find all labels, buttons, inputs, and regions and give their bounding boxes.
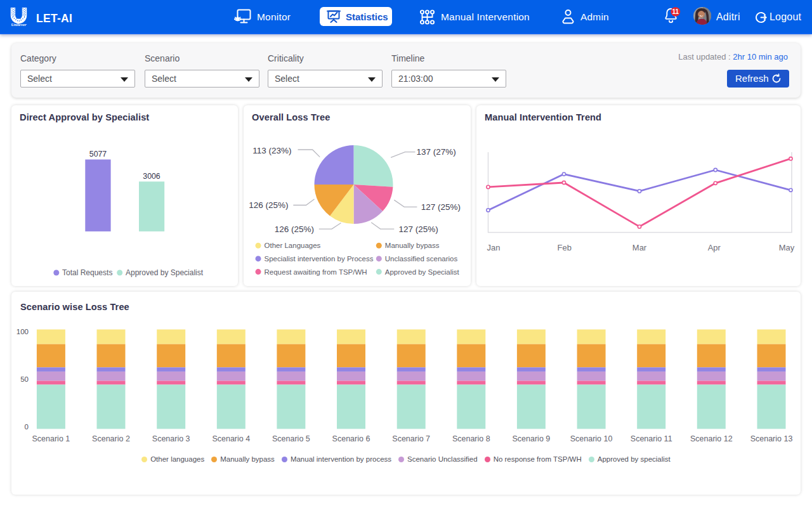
svg-text:5077: 5077 xyxy=(89,150,107,159)
svg-text:Feb: Feb xyxy=(557,243,571,252)
svg-text:126 (25%): 126 (25%) xyxy=(249,200,288,210)
svg-text:Approved by Specialist: Approved by Specialist xyxy=(385,268,460,276)
svg-text:Scenario 8: Scenario 8 xyxy=(452,434,490,443)
svg-text:Scenario 2: Scenario 2 xyxy=(92,434,130,443)
svg-text:113 (23%): 113 (23%) xyxy=(252,146,291,155)
svg-text:3006: 3006 xyxy=(143,172,160,181)
svg-text:100: 100 xyxy=(16,328,29,335)
svg-text:Scenario 12: Scenario 12 xyxy=(690,434,733,443)
svg-text:Scenario 11: Scenario 11 xyxy=(631,434,672,443)
svg-text:Mar: Mar xyxy=(632,243,647,252)
svg-text:Manually bypass: Manually bypass xyxy=(385,242,440,249)
svg-text:Unilever: Unilever xyxy=(11,22,27,27)
svg-text:Other Languages: Other Languages xyxy=(265,242,321,249)
svg-text:Unclassified scenarios: Unclassified scenarios xyxy=(385,255,458,263)
svg-text:127 (25%): 127 (25%) xyxy=(421,202,461,212)
svg-text:Scenario 10: Scenario 10 xyxy=(570,434,613,443)
svg-text:Specialist intervention by Pro: Specialist intervention by Process xyxy=(265,255,374,263)
svg-text:126 (25%): 126 (25%) xyxy=(275,224,314,234)
svg-text:Approved by Specialist: Approved by Specialist xyxy=(126,268,204,277)
svg-text:0: 0 xyxy=(25,423,29,431)
svg-text:Scenario 3: Scenario 3 xyxy=(152,434,190,443)
svg-text:Request awaiting from TSP/WH: Request awaiting from TSP/WH xyxy=(265,268,367,276)
svg-text:Jan: Jan xyxy=(487,243,501,252)
svg-text:11: 11 xyxy=(672,8,679,15)
svg-text:Scenario 7: Scenario 7 xyxy=(392,434,430,443)
svg-text:127 (25%): 127 (25%) xyxy=(398,224,438,234)
svg-text:137 (27%): 137 (27%) xyxy=(417,147,456,157)
svg-text:Total Requests: Total Requests xyxy=(62,268,112,277)
svg-text:Scenario 6: Scenario 6 xyxy=(332,434,370,443)
svg-text:Scenario 1: Scenario 1 xyxy=(32,434,70,443)
svg-text:Scenario 5: Scenario 5 xyxy=(272,434,310,443)
svg-text:Scenario 13: Scenario 13 xyxy=(750,434,793,443)
svg-text:Apr: Apr xyxy=(708,243,721,252)
svg-text:Scenario 4: Scenario 4 xyxy=(212,434,250,443)
svg-text:May: May xyxy=(779,243,795,252)
svg-text:Scenario 9: Scenario 9 xyxy=(513,434,551,443)
svg-text:50: 50 xyxy=(20,375,29,383)
